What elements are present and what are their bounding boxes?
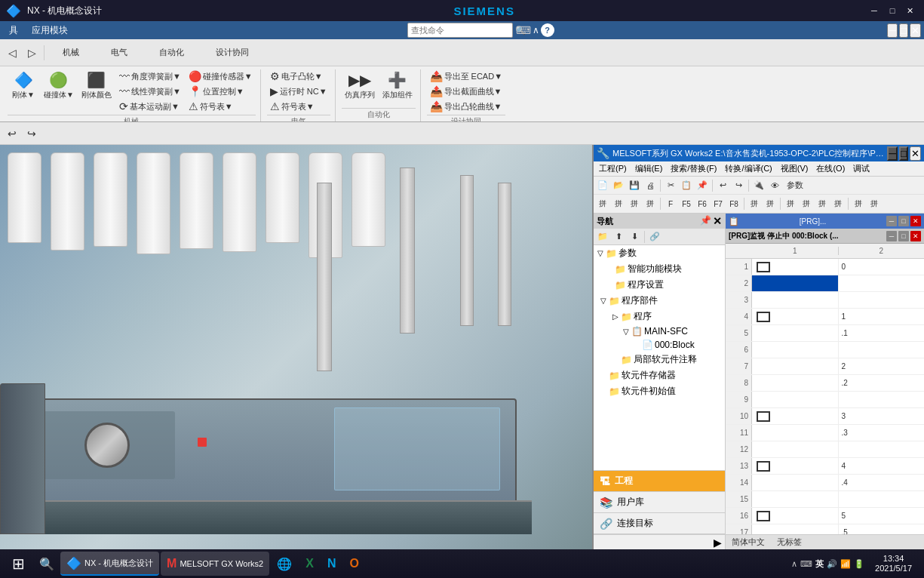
gx-menu-edit[interactable]: 编辑(E) xyxy=(631,162,667,175)
gx-min-btn[interactable]: ─ xyxy=(887,146,897,161)
gx-menu-online[interactable]: 在线(O) xyxy=(812,162,849,175)
cell-11-2[interactable]: .3 xyxy=(839,425,925,441)
cell-5-1[interactable] xyxy=(752,325,839,341)
cell-14-1[interactable] xyxy=(752,475,839,490)
tray-volume-icon[interactable]: 🔊 xyxy=(827,559,837,569)
taskbar-extra-btn[interactable]: O xyxy=(343,552,364,576)
cell-10-1[interactable] xyxy=(752,408,839,424)
tree-smart[interactable]: 📁 智能功能模块 xyxy=(594,261,725,277)
body-color-btn[interactable]: ⬛ 刚体颜色 xyxy=(78,69,115,102)
tab-electrical[interactable]: 电气 xyxy=(96,45,143,60)
symbol-table-mech-btn[interactable]: ⚠ 符号表▼ xyxy=(186,100,256,113)
position-ctrl-btn[interactable]: 📍 位置控制▼ xyxy=(186,85,256,98)
taskbar-clock[interactable]: 13:34 2021/5/17 xyxy=(872,554,915,573)
basic-motion-btn[interactable]: ⟳ 基本运动副▼ xyxy=(116,100,184,113)
back-btn[interactable]: ◁ xyxy=(3,44,21,62)
taskbar-excel-btn[interactable]: X xyxy=(299,552,320,576)
maximize-button[interactable]: □ xyxy=(885,5,900,17)
monitor-close[interactable]: ✕ xyxy=(910,231,921,241)
tree-device-store[interactable]: 📁 软元件存储器 xyxy=(594,367,725,383)
gx-t15[interactable]: 拼 xyxy=(830,197,846,211)
nav-btn4[interactable]: 🔗 xyxy=(647,230,662,244)
ladder-editor[interactable]: 1 2 1 0 2 xyxy=(726,244,924,534)
cell-6-2[interactable] xyxy=(839,342,925,358)
symbol-table-elec-btn[interactable]: ⚠ 符号表▼ xyxy=(267,100,330,113)
nav-btn3[interactable]: ⬇ xyxy=(627,230,642,244)
cell-13-2[interactable]: 4 xyxy=(839,458,925,474)
gx-t8[interactable]: F7 xyxy=(711,197,726,211)
gx-menu-search[interactable]: 搜索/替换(F) xyxy=(667,162,720,175)
tab-automation[interactable]: 自动化 xyxy=(144,45,199,60)
nav-btn1[interactable]: 📁 xyxy=(595,230,610,244)
cell-2-1-selected[interactable] xyxy=(752,275,839,291)
tree-device-init[interactable]: 📁 软元件初始值 xyxy=(594,383,725,399)
taskbar-search-btn[interactable]: 🔍 xyxy=(35,552,59,576)
tree-prog-parts[interactable]: ▽ 📁 程序部件 xyxy=(594,293,725,309)
subwin-close[interactable]: ✕ xyxy=(910,216,921,226)
gx-t3[interactable]: 拼 xyxy=(627,197,642,211)
undo-btn[interactable]: ↩ xyxy=(3,125,21,143)
tab-design-collab[interactable]: 设计协同 xyxy=(201,45,264,60)
gx-t4[interactable]: 拼 xyxy=(643,197,658,211)
cell-8-2[interactable]: .2 xyxy=(839,375,925,391)
cell-6-1[interactable] xyxy=(752,342,839,358)
nav-tab-project[interactable]: 🏗 工程 xyxy=(594,471,725,492)
gx-monitor-btn[interactable]: 👁 xyxy=(767,179,782,192)
subwin-min[interactable]: ─ xyxy=(886,216,897,226)
gx-t13[interactable]: 拼 xyxy=(799,197,814,211)
gx-max-btn[interactable]: □ xyxy=(899,146,908,161)
export-cam-btn[interactable]: 📤 导出凸轮曲线▼ xyxy=(427,100,506,113)
menu-app-module[interactable]: 应用模块 xyxy=(26,23,74,38)
close-button[interactable]: ✕ xyxy=(903,5,918,17)
nav-tab-userlib[interactable]: 📚 用户库 xyxy=(594,492,725,513)
cell-15-2[interactable] xyxy=(839,491,925,507)
gx-t16[interactable]: 拼 xyxy=(851,197,866,211)
search-input[interactable] xyxy=(411,26,515,35)
gx-t17[interactable]: 拼 xyxy=(867,197,882,211)
runtime-nc-btn[interactable]: ▶ 运行时 NC▼ xyxy=(267,85,330,98)
menu-tools[interactable]: 具 xyxy=(3,23,24,38)
nav-btn2[interactable]: ⬆ xyxy=(611,230,626,244)
params-expand-icon[interactable]: ▽ xyxy=(597,249,604,257)
cam-btn[interactable]: ⚙ 电子凸轮▼ xyxy=(267,69,330,83)
gx-connect-btn[interactable]: 🔌 xyxy=(751,179,766,192)
gx-menu-convert[interactable]: 转换/编译(C) xyxy=(721,162,775,175)
gx-redo-btn[interactable]: ↪ xyxy=(731,179,746,192)
tree-params[interactable]: ▽ 📁 参数 xyxy=(594,245,725,261)
gx-open-btn[interactable]: 📂 xyxy=(611,179,626,192)
gx-t10[interactable]: 拼 xyxy=(747,197,762,211)
subwin-restore[interactable]: □ xyxy=(898,216,909,226)
rigid-body-btn[interactable]: 🔷 刚体▼ xyxy=(8,69,39,102)
cell-1-2[interactable]: 0 xyxy=(839,259,925,275)
cell-17-1[interactable] xyxy=(752,524,839,534)
linear-spring-btn[interactable]: 〰 线性弹簧副▼ xyxy=(116,85,184,98)
gx-t5[interactable]: F xyxy=(663,197,678,211)
cell-9-2[interactable] xyxy=(839,392,925,407)
cell-16-1[interactable] xyxy=(752,508,839,524)
tree-block000[interactable]: 📄 000:Block xyxy=(594,338,725,352)
collision-body-btn[interactable]: 🟢 碰撞体▼ xyxy=(41,69,77,102)
cell-1-1[interactable] xyxy=(752,259,839,275)
gx-t9[interactable]: F8 xyxy=(726,197,741,211)
cell-12-1[interactable] xyxy=(752,441,839,457)
angle-spring-btn[interactable]: 〰 角度弹簧副▼ xyxy=(116,69,184,83)
gx-t6[interactable]: F5 xyxy=(679,197,694,211)
tree-local-comment[interactable]: 📁 局部软元件注释 xyxy=(594,352,725,367)
minimize-button[interactable]: ─ xyxy=(867,5,882,17)
gx-paste-btn[interactable]: 📌 xyxy=(695,179,710,192)
help-icon[interactable]: ? xyxy=(541,23,554,37)
nx-maximize-btn[interactable]: □ xyxy=(899,23,908,38)
start-button[interactable]: ⊞ xyxy=(3,552,33,576)
cell-10-2[interactable]: 3 xyxy=(839,408,925,424)
gx-t14[interactable]: 拼 xyxy=(815,197,830,211)
export-ecad-btn[interactable]: 📤 导出至 ECAD▼ xyxy=(427,69,506,83)
export-section-btn[interactable]: 📤 导出截面曲线▼ xyxy=(427,85,506,98)
cell-17-2[interactable]: .5 xyxy=(839,524,925,534)
cell-4-2[interactable]: 1 xyxy=(839,309,925,324)
cell-2-2[interactable] xyxy=(839,275,925,291)
gx-copy-btn[interactable]: 📋 xyxy=(679,179,694,192)
cell-16-2[interactable]: 5 xyxy=(839,508,925,524)
project-tree[interactable]: ▽ 📁 参数 📁 智能功能模块 📁 程序设置 xyxy=(594,245,725,470)
gx-cut-btn[interactable]: ✂ xyxy=(663,179,678,192)
nx-minimize-btn[interactable]: ─ xyxy=(887,23,897,38)
